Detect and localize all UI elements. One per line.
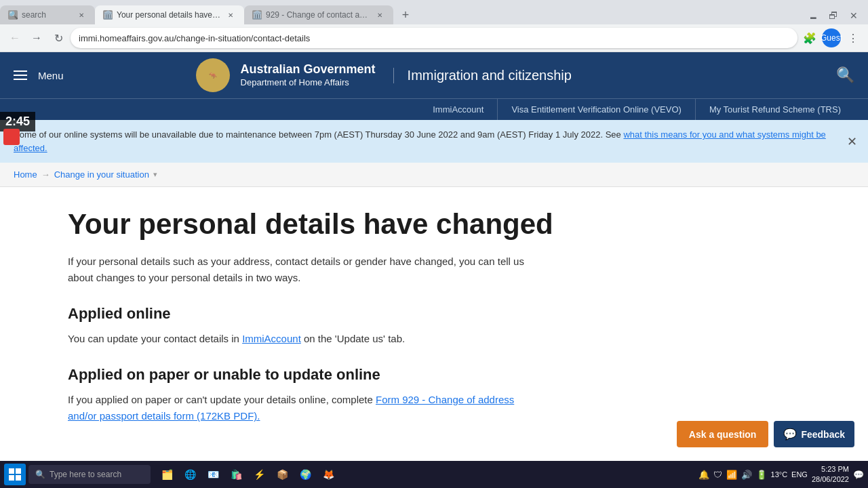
toolbar-right: 🧩 Guest ⋮ (800, 28, 863, 47)
breadcrumb-sep-1: → (41, 169, 50, 180)
breadcrumb-home[interactable]: Home (14, 169, 37, 180)
svg-rect-1 (16, 468, 21, 474)
record-button[interactable] (3, 129, 20, 145)
menu-button[interactable] (14, 70, 27, 80)
tab-title-929: 929 - Change of contact and/or... (266, 10, 370, 20)
govt-crest: 🦘 (196, 58, 230, 92)
svg-rect-3 (16, 475, 21, 481)
breadcrumb: Home → Change in your situation ▾ (0, 163, 868, 187)
taskbar-app-firefox[interactable]: 🦊 (317, 464, 339, 485)
menu-line-3 (14, 79, 27, 80)
section2-heading: Applied on paper or unable to update onl… (68, 366, 800, 384)
windows-logo-icon (9, 468, 21, 481)
alert-close-button[interactable]: ✕ (847, 132, 857, 150)
taskbar-app-scratch[interactable]: ⚡ (248, 464, 270, 485)
logo-text: Australian Government Department of Home… (241, 62, 376, 89)
sub-nav-immiaccount[interactable]: ImmiAccount (419, 99, 498, 120)
tab-favicon-929: 🏛️ (252, 10, 262, 20)
tab-close-929[interactable]: ✕ (374, 9, 385, 20)
section1-text-after: on the 'Update us' tab. (301, 333, 405, 344)
tab-form929[interactable]: 🏛️ 929 - Change of contact and/or... ✕ (244, 5, 393, 24)
new-tab-button[interactable]: + (396, 5, 415, 24)
tab-minimize-icon[interactable]: 🗕 (804, 7, 822, 24)
immiaccount-link[interactable]: ImmiAccount (242, 333, 301, 344)
feedback-icon: 💬 (783, 428, 797, 441)
section2-text-before: If you applied on paper or can't update … (68, 394, 376, 405)
taskbar-app-chrome[interactable]: 🌍 (294, 464, 316, 485)
taskbar-app-store[interactable]: 🛍️ (225, 464, 247, 485)
sub-nav-vevo[interactable]: Visa Entitlement Verification Online (VE… (498, 99, 696, 120)
sub-nav: ImmiAccount Visa Entitlement Verificatio… (0, 98, 868, 120)
section2-text: If you applied on paper or can't update … (68, 392, 542, 424)
tab-controls: 🗕 🗗 ✕ (804, 7, 868, 24)
logo-area: 🦘 Australian Government Department of Ho… (196, 58, 572, 92)
notifications-icon[interactable]: 🔔 (698, 470, 709, 480)
chat-icon[interactable]: 💬 (853, 470, 864, 480)
profile-button[interactable]: Guest (822, 28, 841, 47)
svg-rect-0 (9, 468, 14, 474)
taskbar: 🔍 Type here to search 🗂️ 🌐 📧 🛍️ ⚡ 📦 🌍 🦊 … (0, 461, 868, 488)
tab-search[interactable]: 🔍 search ✕ (0, 5, 95, 24)
tab-personal-details[interactable]: 🏛️ Your personal details have chang... ✕ (95, 5, 244, 24)
temp-display: 13°C (771, 470, 788, 479)
website: Menu 🦘 Australian Government Department … (0, 52, 868, 470)
taskbar-clock: 5:23 PM 28/06/2022 (812, 464, 849, 485)
page-title: Your personal details have changed (68, 207, 800, 241)
taskbar-search[interactable]: 🔍 Type here to search (28, 465, 151, 484)
volume-icon[interactable]: 🔊 (741, 470, 752, 480)
section1-text: You can update your contact details in I… (68, 331, 542, 347)
taskbar-app-explorer[interactable]: 🗂️ (156, 464, 178, 485)
network-icon[interactable]: 📶 (726, 470, 737, 480)
address-input[interactable]: immi.homeaffairs.gov.au/change-in-situat… (71, 28, 797, 48)
floating-actions: Ask a question 💬 Feedback (677, 421, 854, 447)
tab-favicon-personal: 🏛️ (103, 10, 113, 20)
battery-icon[interactable]: 🔋 (756, 470, 767, 480)
tab-restore-icon[interactable]: 🗗 (825, 7, 842, 24)
tab-close-search[interactable]: ✕ (76, 9, 87, 20)
svg-rect-2 (9, 475, 14, 481)
tab-bar: 🔍 search ✕ 🏛️ Your personal details have… (0, 0, 868, 24)
tab-title-search: search (22, 10, 72, 20)
back-button[interactable]: ← (5, 28, 24, 47)
tab-close-personal[interactable]: ✕ (225, 9, 236, 20)
govt-name: Australian Government (241, 62, 376, 77)
taskbar-app-edge[interactable]: 🌐 (179, 464, 201, 485)
dept-name: Department of Home Affairs (241, 77, 376, 89)
tab-title-personal: Your personal details have chang... (117, 10, 221, 20)
alert-banner: Some of our online systems will be unava… (0, 120, 868, 163)
reload-button[interactable]: ↻ (49, 28, 68, 47)
tab-favicon-search: 🔍 (8, 10, 18, 20)
address-bar-row: ← → ↻ immi.homeaffairs.gov.au/change-in-… (0, 24, 868, 52)
feedback-button[interactable]: 💬 Feedback (774, 421, 854, 447)
sys-time: 5:23 PM (812, 464, 849, 474)
extensions-icon[interactable]: 🧩 (800, 28, 819, 47)
taskbar-right: 🔔 🛡 📶 🔊 🔋 13°C ENG 5:23 PM 28/06/2022 💬 (698, 464, 864, 485)
taskbar-app-dropbox[interactable]: 📦 (271, 464, 293, 485)
more-menu-icon[interactable]: ⋮ (844, 28, 863, 47)
start-button[interactable] (4, 464, 26, 485)
breadcrumb-arrow: ▾ (153, 170, 157, 179)
alert-text: Some of our online systems will be unava… (14, 129, 623, 140)
site-header: Menu 🦘 Australian Government Department … (0, 52, 868, 98)
menu-line-1 (14, 70, 27, 72)
tab-close-window-icon[interactable]: ✕ (845, 7, 863, 24)
lang-display: ENG (791, 470, 808, 479)
shield-icon[interactable]: 🛡 (713, 470, 722, 480)
sub-nav-trs[interactable]: My Tourist Refund Scheme (TRS) (696, 99, 854, 120)
taskbar-search-icon: 🔍 (35, 470, 45, 479)
search-icon[interactable]: 🔍 (836, 66, 854, 84)
ask-question-button[interactable]: Ask a question (677, 421, 769, 447)
menu-line-2 (14, 75, 27, 76)
intro-text: If your personal details such as your ad… (68, 253, 542, 286)
taskbar-apps: 🗂️ 🌐 📧 🛍️ ⚡ 📦 🌍 🦊 (156, 464, 339, 485)
section1-text-before: You can update your contact details in (68, 333, 242, 344)
browser-chrome: 🔍 search ✕ 🏛️ Your personal details have… (0, 0, 868, 52)
forward-button[interactable]: → (27, 28, 46, 47)
breadcrumb-parent[interactable]: Change in your situation (54, 169, 149, 180)
feedback-label: Feedback (801, 429, 845, 440)
menu-label[interactable]: Menu (38, 70, 64, 81)
taskbar-app-mail[interactable]: 📧 (202, 464, 224, 485)
site-title: Immigration and citizenship (393, 68, 572, 83)
section1-heading: Applied online (68, 305, 800, 323)
sys-date: 28/06/2022 (812, 474, 849, 485)
